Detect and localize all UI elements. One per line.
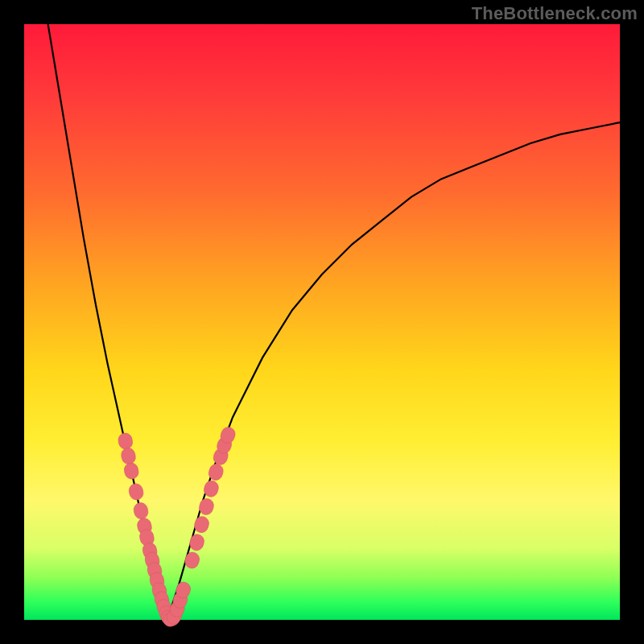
highlight-dot [132, 502, 149, 520]
chart-frame: TheBottleneck.com [0, 0, 644, 644]
curve-right-branch [167, 122, 620, 620]
plot-area [24, 24, 620, 620]
highlight-dot [120, 447, 137, 465]
highlight-dot [118, 432, 134, 451]
highlight-dot [123, 461, 140, 480]
highlight-dot [128, 482, 145, 501]
highlight-dot [198, 497, 216, 517]
highlighted-dots-group [118, 425, 237, 629]
highlight-dot [184, 551, 201, 570]
highlight-dot [188, 533, 206, 552]
watermark-text: TheBottleneck.com [472, 3, 638, 24]
chart-svg [24, 24, 620, 620]
highlight-dot [193, 515, 211, 535]
